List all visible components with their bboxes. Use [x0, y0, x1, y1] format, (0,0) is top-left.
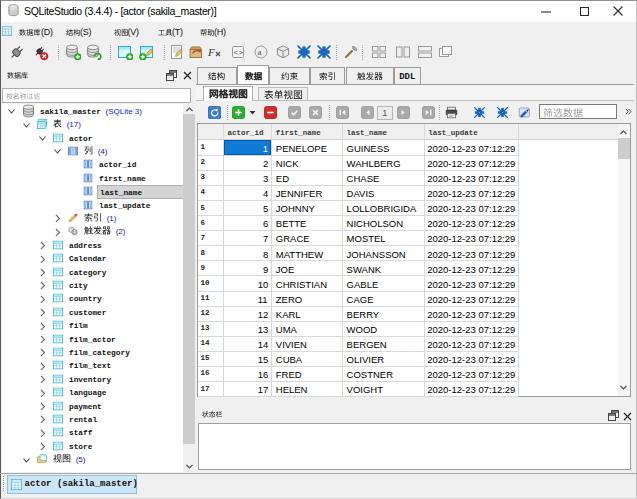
- svg-text:a: a: [257, 47, 261, 57]
- svg-text:<>: <>: [233, 48, 243, 57]
- svg-text:F: F: [207, 46, 215, 58]
